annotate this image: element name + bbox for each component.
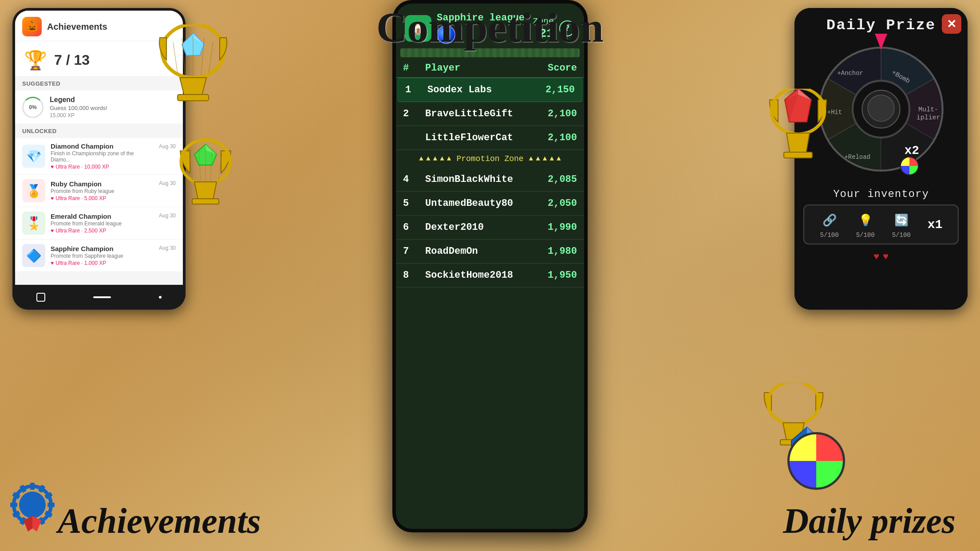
unlocked-sapphire-date: Aug 30 (159, 245, 176, 251)
player-6: Dexter2010 (425, 222, 537, 233)
table-row-5: 5 UntamedBeauty80 2,050 (396, 192, 584, 216)
score-7: 1,980 (537, 246, 577, 257)
inv-bulb-icon: 💡 (856, 210, 875, 230)
inv-reload-icon: 🔄 (892, 210, 911, 230)
unlocked-ruby-rarity: ♥ Ultra Rare · 5,000 XP (51, 195, 154, 201)
chalkboard-screen: 🏠 Sapphire league Zone 21 ? # Player Sco… (396, 4, 584, 529)
rank-2: 2 (403, 108, 425, 119)
unlocked-sapphire-name: Sapphire Champion (51, 245, 154, 252)
close-icon: ✕ (947, 18, 956, 30)
col-rank-header: # (403, 63, 425, 74)
diamond-badge: 💎 (22, 145, 45, 168)
col-score-header: Score (537, 63, 577, 74)
svg-text:x2: x2 (905, 144, 919, 157)
nav-home-icon[interactable] (93, 296, 111, 298)
heart-2: ♥ (883, 251, 889, 262)
achievements-title: Achievements (47, 22, 107, 32)
score-5: 2,050 (537, 198, 577, 209)
achievements-score: 7 / 13 (54, 52, 90, 68)
hearts-display: ♥ ♥ (873, 251, 889, 262)
inventory-title: Your inventory (833, 188, 929, 200)
unlocked-diamond-desc: Finish in Championship zone of the Diamo… (51, 150, 154, 163)
table-row-2: 2 BraveLittleGift 2,100 (396, 102, 584, 126)
svg-text:Mult-: Mult- (918, 106, 938, 113)
player-7: RoadDemOn (425, 246, 537, 257)
inv-x1-label: x1 (928, 218, 943, 232)
inventory-item-2: 🔄 5/100 (892, 210, 911, 239)
player-5: UntamedBeauty80 (425, 198, 537, 209)
svg-point-46 (19, 492, 46, 518)
unlocked-diamond-rarity: ♥ Ultra Rare · 10,000 XP (51, 164, 154, 170)
nav-back-icon[interactable] (36, 293, 45, 302)
svg-text:+Anchor: +Anchor (838, 70, 863, 77)
player-3: LittleFlowerCat (425, 132, 537, 143)
table-row-6: 6 Dexter2010 1,990 (396, 216, 584, 240)
inventory-item-x1: x1 (928, 218, 943, 232)
rank-5: 5 (403, 198, 425, 209)
nav-recent-icon[interactable] (159, 296, 162, 299)
unlocked-sapphire-desc: Promote from Sapphire league (51, 253, 154, 259)
unlocked-sapphire-rarity: ♥ Ultra Rare · 1,000 XP (51, 260, 154, 266)
progress-circle: 0% (22, 97, 43, 118)
competition-title: Competition (376, 3, 604, 52)
unlocked-item-ruby: 🏅 Ruby Champion Promote from Ruby league… (15, 175, 183, 207)
unlocked-item-sapphire: 🔷 Sapphire Champion Promote from Sapphir… (15, 240, 183, 272)
bottom-nav (12, 285, 186, 310)
svg-line-4 (173, 42, 178, 73)
close-button[interactable]: ✕ (942, 14, 961, 34)
score-1: 2,150 (535, 84, 575, 95)
unlocked-ruby-desc: Promote from Ruby league (51, 188, 154, 194)
unlocked-emerald-name: Emerald Champion (51, 213, 154, 220)
inv-count-1: 5/100 (856, 232, 875, 239)
sapphire-badge: 🔷 (22, 244, 45, 267)
achievement-badge-decoration (8, 480, 57, 543)
score-3: 2,100 (537, 132, 577, 143)
table-row-3: LittleFlowerCat 2,100 (396, 126, 584, 150)
unlocked-item-emerald: 🎖️ Emerald Champion Promote from Emerald… (15, 207, 183, 240)
heart-1: ♥ (873, 251, 879, 262)
svg-text:iplier: iplier (917, 114, 940, 121)
svg-rect-50 (47, 503, 55, 507)
trophy-gold-large (153, 24, 233, 124)
promotion-zone-text: Promotion Zone (456, 154, 523, 163)
player-1: Soodex Labs (427, 84, 535, 95)
svg-point-23 (768, 383, 819, 424)
svg-rect-10 (192, 199, 219, 204)
trophy-green-gem (172, 138, 239, 228)
rank-1: 1 (405, 84, 427, 95)
daily-prizes-bottom-label: Daily prizes (783, 501, 956, 541)
svg-rect-47 (30, 483, 35, 490)
unlocked-item-diamond: 💎 Diamond Champion Finish in Championshi… (15, 138, 183, 175)
unlocked-emerald-rarity: ♥ Ultra Rare · 2,500 XP (51, 228, 154, 234)
inv-link-icon: 🔗 (820, 210, 839, 230)
svg-rect-1 (178, 94, 209, 101)
table-row-1: 1 Soodex Labs 2,150 (398, 78, 582, 102)
wheel-pointer-icon (875, 34, 887, 50)
inventory-item-0: 🔗 5/100 (820, 210, 839, 239)
player-8: SockietHome2018 (425, 270, 537, 281)
unlocked-diamond-name: Diamond Champion (51, 142, 154, 150)
inv-count-2: 5/100 (892, 232, 911, 239)
daily-prize-title: Daily Prize (826, 17, 936, 34)
table-header: # Player Score (396, 57, 584, 78)
score-8: 1,950 (537, 270, 577, 281)
colorwheel-icon (787, 432, 845, 490)
ruby-badge: 🏅 (22, 179, 45, 202)
inventory-bar: 🔗 5/100 💡 5/100 🔄 5/100 x1 (803, 205, 959, 244)
unlocked-emerald-desc: Promote from Emerald league (51, 220, 154, 227)
rank-8: 8 (403, 270, 425, 281)
promotion-zone-banner: ▲ ▲ ▲ ▲ ▲ Promotion Zone ▲ ▲ ▲ ▲ ▲ (396, 150, 584, 168)
competition-phone: 🏠 Sapphire league Zone 21 ? # Player Sco… (392, 0, 588, 532)
unlocked-ruby-name: Ruby Champion (51, 180, 154, 188)
table-row-7: 7 RoadDemOn 1,980 (396, 240, 584, 264)
emerald-badge: 🎖️ (22, 212, 45, 235)
rank-6: 6 (403, 222, 425, 233)
svg-text:+Reload: +Reload (845, 153, 870, 161)
score-2: 2,100 (537, 108, 577, 119)
app-icon: 🎃 (22, 17, 42, 36)
score-4: 2,085 (537, 174, 577, 185)
achievements-bottom-label: Achievements (58, 501, 261, 541)
svg-point-36 (868, 95, 894, 122)
trophy-icon: 🏆 (24, 49, 47, 71)
score-6: 1,990 (537, 222, 577, 233)
